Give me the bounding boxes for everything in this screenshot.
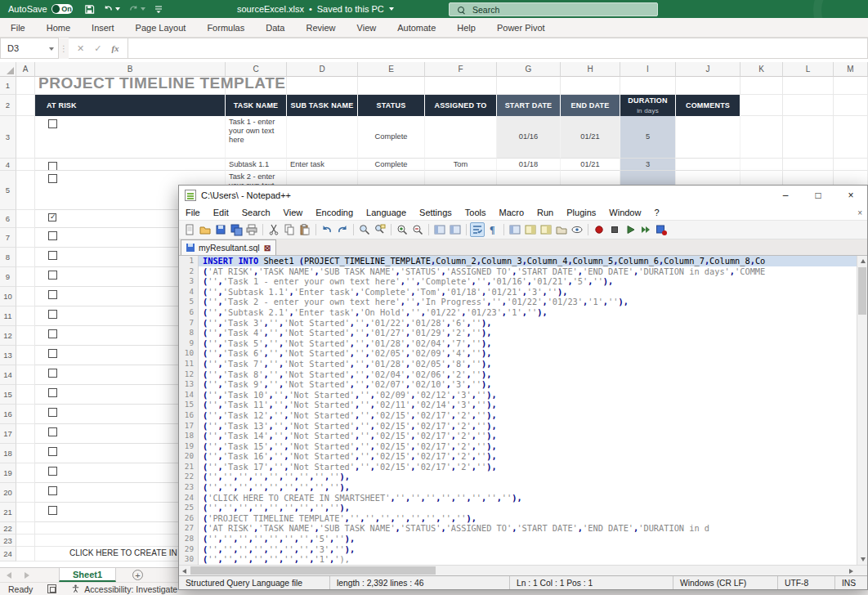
code-line-4[interactable]: 4('','Subtask 1.1','Enter task','Complet…	[179, 287, 857, 298]
save-icon[interactable]	[213, 222, 228, 237]
cell-B2[interactable]: AT RISK	[35, 95, 226, 116]
cell-I3[interactable]: 5	[620, 116, 676, 159]
row-header-18[interactable]: 18	[0, 444, 16, 463]
cell-D1[interactable]	[287, 77, 358, 95]
paste-icon[interactable]	[298, 222, 312, 237]
cell-A15[interactable]	[16, 385, 35, 405]
at-risk-checkbox-row-7[interactable]	[48, 231, 57, 240]
row-header-9[interactable]: 9	[0, 267, 16, 287]
select-all-corner[interactable]	[0, 62, 16, 77]
cell-A24[interactable]	[16, 547, 35, 561]
ribbon-tab-data[interactable]: Data	[255, 18, 295, 37]
at-risk-checkbox-row-21[interactable]	[48, 506, 57, 515]
prev-sheet-icon[interactable]	[7, 572, 11, 579]
col-header-K[interactable]: K	[740, 62, 783, 77]
zoom-in-icon[interactable]	[395, 222, 409, 237]
cell-B4[interactable]	[35, 159, 226, 171]
cell-A1[interactable]	[16, 77, 35, 95]
menu-macro[interactable]: Macro	[492, 208, 530, 217]
open-file-icon[interactable]	[198, 222, 213, 237]
col-header-G[interactable]: G	[497, 62, 561, 77]
code-line-16[interactable]: 16('','Task 12','','Not Started','','02/…	[179, 410, 857, 421]
cell-L1[interactable]	[783, 77, 834, 95]
cell-A8[interactable]	[16, 248, 35, 267]
code-line-24[interactable]: 24('CLICK HERE TO CREATE IN SMARTSHEET',…	[179, 493, 857, 503]
cell-E1[interactable]	[358, 77, 425, 95]
insert-function-icon[interactable]: fx	[111, 43, 119, 53]
at-risk-checkbox-row-5[interactable]	[48, 174, 57, 183]
code-line-21[interactable]: 21('','Task 17','','Not Started','','02/…	[179, 462, 857, 472]
npp-tab-myresultant[interactable]: myResultant.sql ⊠	[181, 239, 276, 255]
code-line-17[interactable]: 17('','Task 13','','Not Started','','02/…	[179, 421, 857, 432]
sync-scroll-h-icon[interactable]	[448, 222, 463, 237]
cell-F2[interactable]: ASSIGNED TO	[425, 95, 497, 116]
row-header-11[interactable]: 11	[0, 306, 16, 326]
code-line-8[interactable]: 8('','Task 4','','Not Started','','01/27…	[179, 328, 857, 338]
name-box[interactable]: D3	[0, 38, 59, 59]
menu-encoding[interactable]: Encoding	[309, 208, 360, 217]
cell-E3[interactable]: Complete	[358, 116, 425, 159]
saved-status[interactable]: Saved to this PC	[317, 4, 384, 14]
code-text[interactable]: ('','','','','','','','3',''),	[199, 544, 857, 555]
row-header-6[interactable]: 6	[0, 210, 16, 228]
at-risk-checkbox-row-16[interactable]	[48, 408, 57, 417]
at-risk-checkbox-row-9[interactable]	[48, 271, 57, 280]
code-text[interactable]: ('','','','','','','','',''),	[199, 482, 857, 493]
row-header-1[interactable]: 1	[0, 77, 16, 95]
macro-record-icon[interactable]	[47, 584, 56, 593]
stop-recording-icon[interactable]	[607, 222, 622, 237]
ribbon-tab-view[interactable]: View	[347, 18, 387, 37]
accessibility-status[interactable]: Accessibility: Investigate	[71, 584, 177, 594]
code-line-5[interactable]: 5('','Task 2 - enter your own text here'…	[179, 297, 857, 307]
menu-settings[interactable]: Settings	[413, 208, 459, 217]
row-header-21[interactable]: 21	[0, 503, 16, 522]
menu-plugins[interactable]: Plugins	[560, 208, 602, 217]
code-text[interactable]: ('','Task 15','','Not Started','','02/15…	[199, 441, 857, 452]
menu-window[interactable]: Window	[602, 208, 647, 217]
code-line-29[interactable]: 29('','','','','','','','3',''),	[179, 544, 857, 555]
next-sheet-icon[interactable]	[25, 572, 29, 579]
code-line-15[interactable]: 15('','Task 11','','Not Started','','02/…	[179, 400, 857, 410]
row-header-2[interactable]: 2	[0, 95, 16, 116]
cell-G3[interactable]: 01/16	[497, 116, 561, 159]
menu-help[interactable]: ?	[647, 208, 665, 217]
code-text[interactable]: ('AT RISK','TASK NAME','SUB TASK NAME','…	[199, 523, 857, 534]
show-all-characters-icon[interactable]: ¶	[485, 222, 500, 237]
playback-icon[interactable]	[623, 222, 638, 237]
at-risk-checkbox-row-20[interactable]	[48, 486, 57, 495]
code-line-30[interactable]: 30('','','','','','','','1','),	[179, 554, 857, 565]
code-text[interactable]: ('','','','','','','','',''),	[199, 472, 857, 482]
save-all-icon[interactable]	[229, 222, 244, 237]
code-line-9[interactable]: 9('','Task 5','','Not Started','','01/28…	[179, 338, 857, 349]
scroll-up-icon[interactable]	[857, 256, 867, 266]
cell-J4[interactable]	[676, 159, 740, 171]
cell-F3[interactable]	[425, 116, 497, 159]
cell-A21[interactable]	[16, 503, 35, 522]
scroll-right-icon[interactable]	[846, 566, 857, 576]
cell-K4[interactable]	[740, 159, 783, 171]
row-header-12[interactable]: 12	[0, 326, 16, 346]
cell-A23[interactable]	[16, 535, 35, 547]
col-header-L[interactable]: L	[783, 62, 834, 77]
menu-language[interactable]: Language	[360, 208, 413, 217]
code-line-10[interactable]: 10('','Task 6','','Not Started','','02/0…	[179, 348, 857, 359]
row-header-15[interactable]: 15	[0, 385, 16, 405]
at-risk-checkbox-row-11[interactable]	[48, 310, 57, 319]
saved-status-chevron-icon[interactable]	[389, 7, 394, 11]
cell-A16[interactable]	[16, 405, 35, 424]
cell-D3[interactable]	[287, 116, 358, 159]
copy-icon[interactable]	[282, 222, 297, 237]
code-text[interactable]: ('','Task 14','','Not Started','','02/15…	[199, 431, 857, 441]
cell-A12[interactable]	[16, 326, 35, 346]
cell-M3[interactable]	[834, 116, 868, 159]
code-text[interactable]: ('','Task 13','','Not Started','','02/15…	[199, 421, 857, 432]
cell-D4[interactable]: Enter task	[287, 159, 358, 171]
code-line-19[interactable]: 19('','Task 15','','Not Started','','02/…	[179, 441, 857, 452]
eol-status[interactable]: Windows (CR LF)	[673, 576, 777, 589]
cell-K2[interactable]	[740, 95, 783, 116]
cell-A4[interactable]	[16, 159, 35, 171]
code-line-6[interactable]: 6('','Subtask 2.1','Enter task','On Hold…	[179, 307, 857, 318]
code-text[interactable]: ('','Task 6','','Not Started','','02/05'…	[199, 348, 857, 359]
autosave-switch[interactable]: On	[51, 4, 73, 14]
cell-A6[interactable]	[16, 210, 35, 228]
